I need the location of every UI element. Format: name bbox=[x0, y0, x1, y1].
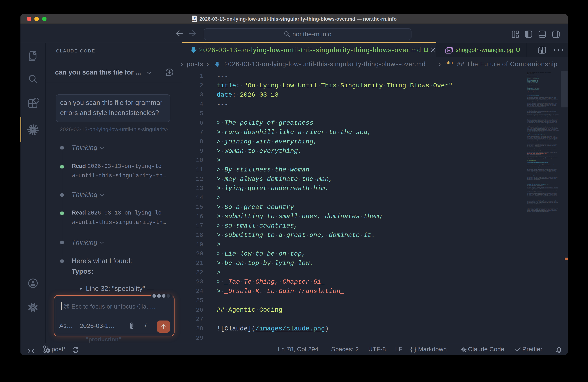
svg-text:T: T bbox=[193, 16, 195, 20]
svg-text:TEXT: TEXT bbox=[192, 20, 196, 22]
